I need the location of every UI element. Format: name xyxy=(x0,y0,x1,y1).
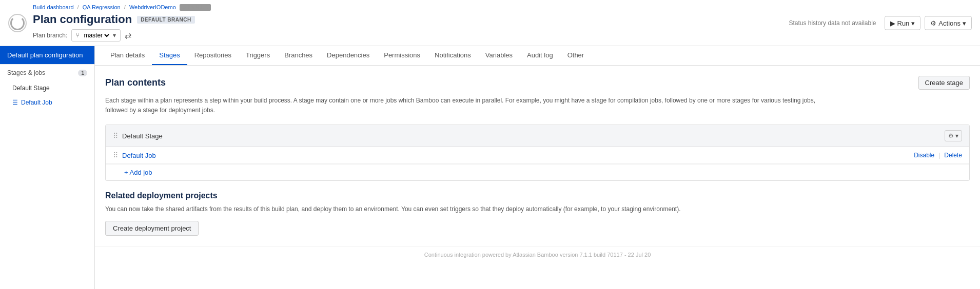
stage-drag-handle[interactable]: ⠿ xyxy=(113,132,118,140)
sidebar-item-default-plan[interactable]: Default plan configuration xyxy=(0,46,94,64)
default-branch-badge: DEFAULT BRANCH xyxy=(137,16,194,24)
plan-contents-section: Plan contents Create stage Each stage wi… xyxy=(95,66,980,246)
actions-label: Actions xyxy=(938,19,961,27)
stage-container: ⠿ Default Stage ⚙ ▾ ⠿ Default Job xyxy=(105,125,970,181)
plan-branch-row: Plan branch: ⑂ master ▾ ⇄ xyxy=(33,29,972,42)
plan-description-line1: Each stage within a plan represents a st… xyxy=(105,97,815,104)
disabled-badge: DISABLED xyxy=(180,4,211,11)
plan-contents-header: Plan contents Create stage xyxy=(105,76,970,90)
tab-notifications[interactable]: Notifications xyxy=(427,46,478,65)
actions-chevron-icon: ▾ xyxy=(963,19,966,27)
sidebar-stage-label: Default Stage xyxy=(12,85,50,92)
add-job-link[interactable]: + Add job xyxy=(124,169,152,176)
branch-dropdown[interactable]: master xyxy=(82,31,111,39)
tab-triggers[interactable]: Triggers xyxy=(239,46,277,65)
content-area: Plan details Stages Repositories Trigger… xyxy=(95,46,980,289)
related-description: You can now take the shared artifacts fr… xyxy=(105,204,970,214)
plan-branch-label: Plan branch: xyxy=(33,32,67,39)
stage-row-left: ⠿ Default Stage xyxy=(113,132,163,140)
breadcrumb: Build dashboard / QA Regression / Webdri… xyxy=(33,4,972,11)
breadcrumb-link-build-dashboard[interactable]: Build dashboard xyxy=(33,4,74,10)
tab-variables[interactable]: Variables xyxy=(478,46,520,65)
logo xyxy=(8,14,27,32)
related-title: Related deployment projects xyxy=(105,191,970,200)
page-footer: Continuous integration powered by Atlass… xyxy=(95,246,980,263)
header-actions: Status history data not available ▶ Run … xyxy=(789,16,972,30)
status-history-text: Status history data not available xyxy=(789,19,876,27)
tabs-bar: Plan details Stages Repositories Trigger… xyxy=(95,46,980,66)
list-icon: ☰ xyxy=(12,99,18,106)
run-chevron-icon: ▾ xyxy=(911,19,915,27)
sidebar-item-default-job[interactable]: ☰ Default Job xyxy=(0,95,94,110)
run-button[interactable]: ▶ Run ▾ xyxy=(885,16,921,30)
breadcrumb-sep-2: / xyxy=(124,4,127,10)
branch-select[interactable]: ⑂ master ▾ xyxy=(71,29,121,42)
tab-stages[interactable]: Stages xyxy=(152,46,187,65)
job-action-separator: | xyxy=(938,152,940,159)
footer-text: Continuous integration powered by Atlass… xyxy=(424,252,651,258)
breadcrumb-link-webdriverio[interactable]: WebdriverIODemo xyxy=(129,4,176,10)
main-layout: Default plan configuration Stages & jobs… xyxy=(0,46,980,289)
chevron-down-icon: ▾ xyxy=(113,32,116,39)
job-name-link[interactable]: Default Job xyxy=(122,152,156,159)
tab-permissions[interactable]: Permissions xyxy=(377,46,427,65)
create-deployment-button[interactable]: Create deployment project xyxy=(105,221,199,236)
compare-icon[interactable]: ⇄ xyxy=(125,31,131,40)
stage-gear-button[interactable]: ⚙ ▾ xyxy=(945,130,962,141)
job-row-left: ⠿ Default Job xyxy=(113,151,156,159)
plan-description-line2: followed by a stage for deployment jobs. xyxy=(105,107,215,114)
stage-actions: ⚙ ▾ xyxy=(945,130,962,141)
stage-gear-chevron: ▾ xyxy=(955,132,958,139)
top-header: Build dashboard / QA Regression / Webdri… xyxy=(0,0,980,46)
tab-branches[interactable]: Branches xyxy=(277,46,320,65)
create-stage-button[interactable]: Create stage xyxy=(918,76,970,90)
actions-button[interactable]: ⚙ Actions ▾ xyxy=(925,16,972,30)
job-actions: Disable | Delete xyxy=(914,152,962,159)
disable-job-link[interactable]: Disable xyxy=(914,152,934,159)
related-deployment-section: Related deployment projects You can now … xyxy=(105,191,970,235)
stage-name-label: Default Stage xyxy=(122,132,163,140)
plan-description: Each stage within a plan represents a st… xyxy=(105,96,970,115)
breadcrumb-sep-1: / xyxy=(77,4,81,10)
sidebar: Default plan configuration Stages & jobs… xyxy=(0,46,95,289)
default-stage-row: ⠿ Default Stage ⚙ ▾ xyxy=(106,125,969,147)
sidebar-job-label: Default Job xyxy=(21,99,52,106)
plan-contents-title: Plan contents xyxy=(105,77,166,88)
gear-icon: ⚙ xyxy=(930,19,936,27)
tab-audit-log[interactable]: Audit log xyxy=(520,46,560,65)
page-title: Plan configuration xyxy=(33,13,132,26)
play-icon: ▶ xyxy=(890,19,895,27)
tab-plan-details[interactable]: Plan details xyxy=(103,46,152,65)
add-job-row: + Add job xyxy=(106,164,969,180)
run-label: Run xyxy=(897,19,910,27)
job-drag-handle[interactable]: ⠿ xyxy=(113,151,118,159)
breadcrumb-link-qa-regression[interactable]: QA Regression xyxy=(83,4,121,10)
sidebar-section-stages-jobs[interactable]: Stages & jobs 1 xyxy=(0,64,94,81)
sidebar-stages-count: 1 xyxy=(78,70,87,76)
branch-icon: ⑂ xyxy=(76,32,80,39)
default-job-row: ⠿ Default Job Disable | Delete xyxy=(106,147,969,164)
tab-other[interactable]: Other xyxy=(560,46,592,65)
tab-repositories[interactable]: Repositories xyxy=(187,46,239,65)
delete-job-link[interactable]: Delete xyxy=(944,152,962,159)
sidebar-stages-jobs-label: Stages & jobs xyxy=(7,69,45,76)
stage-gear-icon: ⚙ xyxy=(948,132,954,139)
sidebar-item-default-stage[interactable]: Default Stage xyxy=(0,81,94,95)
tab-dependencies[interactable]: Dependencies xyxy=(320,46,377,65)
